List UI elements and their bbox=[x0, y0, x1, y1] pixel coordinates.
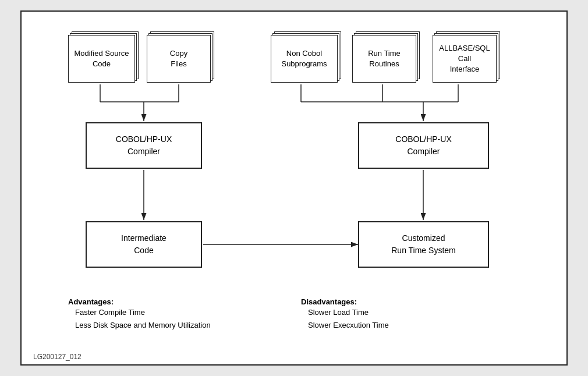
advantage-2: Less Disk Space and Memory Utilization bbox=[75, 319, 211, 332]
advantages-caption: Advantages: Faster Compile Time Less Dis… bbox=[68, 297, 211, 332]
compiler-right-box: COBOL/HP-UXCompiler bbox=[358, 122, 489, 169]
disadvantages-caption: Disadvantages: Slower Load Time Slower E… bbox=[301, 297, 389, 332]
copy-files-box: CopyFiles bbox=[147, 35, 211, 83]
disadvantage-1: Slower Load Time bbox=[308, 306, 389, 319]
modified-source-stack: Modified Source Code bbox=[68, 35, 135, 83]
modified-source-box: Modified Source Code bbox=[68, 35, 135, 83]
non-cobol-box: Non CobolSubprograms bbox=[271, 35, 338, 83]
intermediate-box: IntermediateCode bbox=[86, 221, 202, 268]
advantage-1: Faster Compile Time bbox=[75, 306, 211, 319]
intermediate-label: IntermediateCode bbox=[121, 232, 167, 257]
customized-rts-label: CustomizedRun Time System bbox=[391, 232, 455, 257]
customized-rts-box: CustomizedRun Time System bbox=[358, 221, 489, 268]
run-time-label: Run TimeRoutines bbox=[368, 48, 401, 69]
copy-files-label: CopyFiles bbox=[170, 48, 187, 69]
non-cobol-label: Non CobolSubprograms bbox=[281, 48, 327, 69]
allbase-box: ALLBASE/SQLCallInterface bbox=[433, 35, 497, 83]
disadvantages-label: Disadvantages: bbox=[301, 297, 389, 306]
advantages-label: Advantages: bbox=[68, 297, 211, 306]
run-time-stack: Run TimeRoutines bbox=[352, 35, 416, 83]
modified-source-label: Modified Source Code bbox=[69, 48, 134, 69]
allbase-stack: ALLBASE/SQLCallInterface bbox=[433, 35, 497, 83]
diagram-container: Modified Source Code CopyFiles Non Cobol… bbox=[20, 10, 568, 366]
non-cobol-stack: Non CobolSubprograms bbox=[271, 35, 338, 83]
compiler-right-label: COBOL/HP-UXCompiler bbox=[395, 133, 451, 158]
compiler-left-box: COBOL/HP-UXCompiler bbox=[86, 122, 202, 169]
allbase-label: ALLBASE/SQLCallInterface bbox=[439, 43, 490, 75]
disadvantage-2: Slower Execxution Time bbox=[308, 319, 389, 332]
run-time-box: Run TimeRoutines bbox=[352, 35, 416, 83]
figure-label: LG200127_012 bbox=[33, 353, 82, 361]
diagram-area: Modified Source Code CopyFiles Non Cobol… bbox=[33, 23, 555, 338]
copy-files-stack: CopyFiles bbox=[147, 35, 211, 83]
compiler-left-label: COBOL/HP-UXCompiler bbox=[116, 133, 172, 158]
